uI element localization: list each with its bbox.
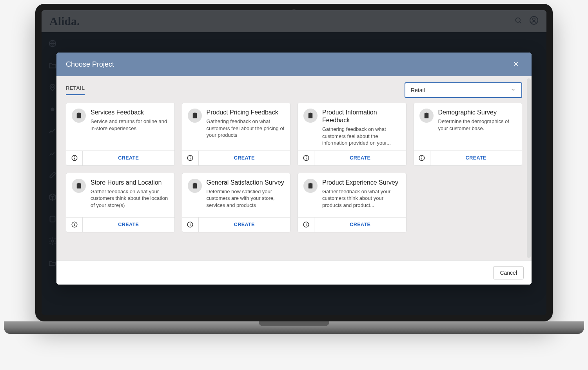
laptop-frame: Alida. — [35, 4, 553, 321]
card-description: Determine how satisfied your customers a… — [207, 188, 285, 209]
info-icon[interactable] — [66, 218, 83, 232]
modal-body: RETAIL Retail Services Feedback Service … — [56, 76, 532, 260]
choose-project-modal: Choose Project RETAIL Retail — [56, 53, 532, 285]
info-icon[interactable] — [298, 218, 314, 232]
card-description: Gathering feedback on what customers fee… — [207, 118, 285, 139]
laptop-notch — [280, 5, 308, 9]
project-card: General Satisfaction Survey Determine ho… — [182, 173, 291, 232]
card-title: Services Feedback — [91, 109, 169, 116]
create-button[interactable]: CREATE — [199, 218, 290, 232]
card-title: Product Pricing Feedback — [207, 109, 285, 116]
card-description: Determine the demographics of your custo… — [438, 118, 517, 132]
project-card: Product Experience Survey Gather feedbac… — [298, 173, 407, 232]
modal-body-top: RETAIL Retail — [66, 82, 522, 98]
info-icon[interactable] — [182, 151, 199, 165]
project-card: Store Hours and Location Gather feedback… — [66, 173, 175, 232]
project-card: Product Information Feedback Gathering f… — [298, 103, 407, 166]
project-card-grid: Services Feedback Service and returns fo… — [66, 103, 522, 232]
clipboard-icon — [72, 179, 86, 193]
create-button[interactable]: CREATE — [199, 151, 290, 165]
svg-point-22 — [306, 156, 307, 157]
create-button[interactable]: CREATE — [314, 218, 406, 232]
svg-rect-31 — [194, 183, 196, 184]
create-button[interactable]: CREATE — [314, 151, 406, 165]
clipboard-icon — [303, 109, 318, 123]
card-title: Product Information Feedback — [322, 109, 401, 124]
svg-point-14 — [74, 156, 75, 157]
card-description: Service and returns for online and in-st… — [91, 118, 169, 132]
svg-rect-23 — [425, 113, 427, 114]
info-icon[interactable] — [66, 151, 83, 165]
project-card: Services Feedback Service and returns fo… — [66, 103, 175, 166]
category-dropdown[interactable]: Retail — [405, 82, 522, 98]
modal-header: Choose Project — [56, 53, 532, 76]
card-title: General Satisfaction Survey — [207, 179, 285, 187]
svg-point-38 — [306, 223, 307, 224]
modal-footer: Cancel — [56, 260, 532, 285]
clipboard-icon — [72, 109, 86, 123]
clipboard-icon — [303, 179, 318, 193]
clipboard-icon — [188, 109, 202, 123]
create-button[interactable]: CREATE — [430, 151, 522, 165]
clipboard-icon — [188, 179, 202, 193]
info-icon[interactable] — [414, 151, 430, 165]
dropdown-value: Retail — [411, 87, 425, 93]
laptop-base — [4, 321, 584, 334]
svg-point-18 — [190, 156, 191, 157]
svg-rect-15 — [194, 113, 196, 114]
svg-point-26 — [421, 156, 422, 157]
close-icon[interactable] — [510, 58, 522, 71]
modal-title: Choose Project — [66, 60, 114, 69]
app-screen: Alida. — [42, 10, 546, 315]
card-description: Gather feedback on what your customers t… — [91, 188, 169, 209]
svg-point-34 — [190, 223, 191, 224]
card-title: Store Hours and Location — [91, 179, 169, 187]
chevron-down-icon — [510, 87, 516, 94]
svg-rect-19 — [310, 113, 312, 114]
card-description: Gather feedback on what your customers t… — [322, 188, 401, 209]
info-icon[interactable] — [298, 151, 314, 165]
svg-rect-11 — [78, 113, 80, 114]
info-icon[interactable] — [182, 218, 199, 232]
clipboard-icon — [419, 109, 434, 123]
card-title: Demographic Survey — [438, 109, 517, 116]
create-button[interactable]: CREATE — [83, 218, 174, 232]
svg-rect-27 — [78, 183, 80, 184]
svg-point-30 — [74, 223, 75, 224]
svg-rect-35 — [310, 183, 312, 184]
card-title: Product Experience Survey — [322, 179, 401, 187]
project-card: Demographic Survey Determine the demogra… — [414, 103, 523, 166]
project-card: Product Pricing Feedback Gathering feedb… — [182, 103, 291, 166]
section-tab-retail[interactable]: RETAIL — [66, 85, 85, 95]
cancel-button[interactable]: Cancel — [493, 266, 524, 279]
card-description: Gathering feedback on what customers fee… — [322, 126, 401, 147]
create-button[interactable]: CREATE — [83, 151, 174, 165]
